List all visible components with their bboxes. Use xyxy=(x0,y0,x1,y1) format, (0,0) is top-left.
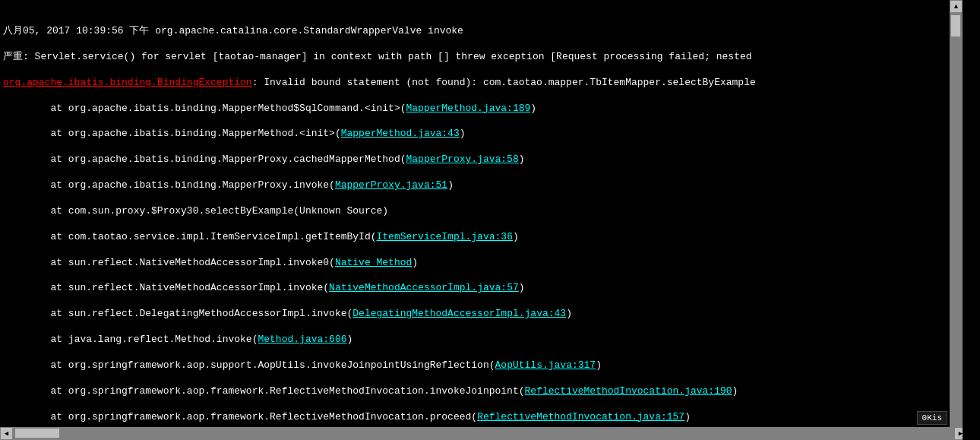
stack-text: ) xyxy=(460,128,466,139)
stack-text: 严重: Servlet.service() for servlet [taota… xyxy=(3,51,752,62)
stack-text: ) xyxy=(596,359,602,371)
console-line: 八月05, 2017 10:39:56 下午 org.apache.catali… xyxy=(3,24,959,39)
stack-link[interactable]: org.apache.ibatis.binding.BindingExcepti… xyxy=(3,77,252,88)
stack-link[interactable]: DelegatingMethodAccessorImpl.java:43 xyxy=(352,308,566,319)
scroll-track-h[interactable] xyxy=(13,427,954,440)
stack-link[interactable]: MapperMethod.java:43 xyxy=(341,128,460,139)
console-line: org.apache.ibatis.binding.BindingExcepti… xyxy=(3,76,959,90)
stack-text: ) xyxy=(447,179,454,191)
stack-link[interactable]: Method.java:606 xyxy=(258,334,346,345)
stack-link[interactable]: Native Method xyxy=(335,257,412,268)
status-badge: 0Kis xyxy=(917,411,947,425)
stack-text: at sun.reflect.NativeMethodAccessorImpl.… xyxy=(3,257,335,268)
console-line: at org.apache.ibatis.binding.MapperMetho… xyxy=(3,127,959,141)
stack-text: : Invalid bound statement (not found): c… xyxy=(252,77,756,88)
scroll-right-arrow[interactable]: ▶ xyxy=(954,427,963,440)
console-line: 严重: Servlet.service() for servlet [taota… xyxy=(3,50,959,65)
console-line: at com.taotao.service.impl.ItemServiceIm… xyxy=(3,230,959,245)
stack-text: 八月05, 2017 10:39:56 下午 org.apache.catali… xyxy=(3,25,463,36)
stack-text: ) xyxy=(513,231,519,242)
scroll-up-arrow[interactable]: ▲ xyxy=(950,0,963,13)
console-wrapper: 八月05, 2017 10:39:56 下午 org.apache.catali… xyxy=(0,0,963,440)
stack-text: at org.apache.ibatis.binding.MapperProxy… xyxy=(3,179,335,191)
console-line: at sun.reflect.NativeMethodAccessorImpl.… xyxy=(3,256,959,271)
stack-text: at org.apache.ibatis.binding.MapperMetho… xyxy=(3,103,406,114)
stack-text: at org.springframework.aop.support.AopUt… xyxy=(3,359,495,371)
console-line: at java.lang.reflect.Method.invoke(Metho… xyxy=(3,333,959,347)
status-label: 0Kis xyxy=(922,413,942,423)
console-line: at org.springframework.aop.framework.Ref… xyxy=(3,385,959,399)
stack-link[interactable]: ItemServiceImpl.java:36 xyxy=(377,231,513,242)
stack-link[interactable]: MapperMethod.java:189 xyxy=(406,103,531,114)
console-line: at com.sun.proxy.$Proxy30.selectByExampl… xyxy=(3,204,959,219)
scroll-thumb-h[interactable] xyxy=(14,428,60,438)
stack-text: ) xyxy=(684,411,691,423)
console-line: at sun.reflect.DelegatingMethodAccessorI… xyxy=(3,307,959,321)
stack-link[interactable]: ReflectiveMethodInvocation.java:157 xyxy=(477,411,684,423)
stack-text: at sun.reflect.NativeMethodAccessorImpl.… xyxy=(3,282,329,293)
stack-text: ) xyxy=(530,103,536,114)
stack-link[interactable]: ReflectiveMethodInvocation.java:190 xyxy=(525,385,732,397)
stack-text: ) xyxy=(412,257,418,268)
stack-text: at com.taotao.service.impl.ItemServiceIm… xyxy=(3,231,377,242)
console-line: at org.apache.ibatis.binding.MapperProxy… xyxy=(3,179,959,193)
stack-link[interactable]: AopUtils.java:317 xyxy=(495,359,596,371)
stack-text: at java.lang.reflect.Method.invoke( xyxy=(3,334,258,345)
console-line: at org.springframework.aop.framework.Ref… xyxy=(3,410,959,425)
stack-text: ) xyxy=(732,385,738,397)
stack-text: at sun.reflect.DelegatingMethodAccessorI… xyxy=(3,308,352,319)
console-line: at sun.reflect.NativeMethodAccessorImpl.… xyxy=(3,281,959,296)
console-line: at org.apache.ibatis.binding.MapperProxy… xyxy=(3,153,959,167)
stack-link[interactable]: MapperProxy.java:58 xyxy=(406,154,519,165)
stack-text: at com.sun.proxy.$Proxy30.selectByExampl… xyxy=(3,205,388,217)
stack-text: ) xyxy=(566,308,572,319)
console-content: 八月05, 2017 10:39:56 下午 org.apache.catali… xyxy=(0,0,963,440)
stack-text: ) xyxy=(519,154,525,165)
console-line: at org.apache.ibatis.binding.MapperMetho… xyxy=(3,102,959,116)
scroll-thumb-v[interactable] xyxy=(950,14,961,37)
stack-text: at org.apache.ibatis.binding.MapperProxy… xyxy=(3,154,406,165)
scroll-track-v[interactable] xyxy=(950,13,963,427)
stack-text: ) xyxy=(347,334,353,345)
stack-link[interactable]: MapperProxy.java:51 xyxy=(335,179,447,191)
stack-text: at org.apache.ibatis.binding.MapperMetho… xyxy=(3,128,341,139)
horizontal-scrollbar[interactable]: ◀ ▶ xyxy=(0,427,963,440)
stack-text: at org.springframework.aop.framework.Ref… xyxy=(3,385,525,397)
vertical-scrollbar[interactable]: ▲ ▼ xyxy=(950,0,963,440)
stack-link[interactable]: NativeMethodAccessorImpl.java:57 xyxy=(329,282,519,293)
scroll-left-arrow[interactable]: ◀ xyxy=(0,427,13,440)
stack-text: ) xyxy=(519,282,525,293)
console-line: at org.springframework.aop.support.AopUt… xyxy=(3,359,959,373)
stack-text: at org.springframework.aop.framework.Ref… xyxy=(3,411,477,423)
